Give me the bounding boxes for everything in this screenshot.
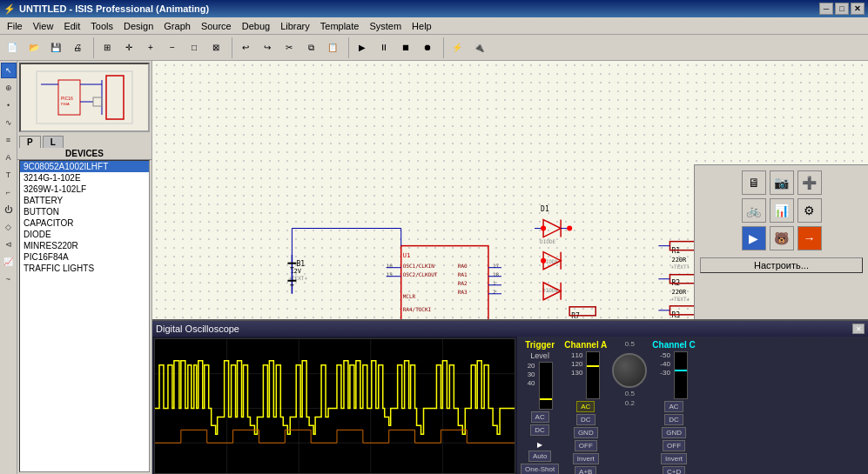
menu-item-design[interactable]: Design xyxy=(118,19,158,33)
tab-p[interactable]: P xyxy=(19,136,41,148)
menu-item-source[interactable]: Source xyxy=(196,19,237,33)
device-item-8[interactable]: PIC16F84A xyxy=(20,251,149,263)
invert-btn-c[interactable]: Invert xyxy=(661,453,687,464)
title-text: UNTITLED - ISIS Professional (Animating) xyxy=(19,3,209,14)
invert-btn-a[interactable]: Invert xyxy=(573,453,599,464)
off-btn-c[interactable]: OFF xyxy=(663,440,685,451)
device-item-3[interactable]: BATTERY xyxy=(20,195,149,206)
menu-item-debug[interactable]: Debug xyxy=(237,19,275,33)
canvas-area[interactable]: B1 12V +TEXT+ U1 OSC1/CLKIN OSC2/CLKOUT … xyxy=(152,61,868,474)
menu-item-edit[interactable]: Edit xyxy=(58,19,85,33)
toolbar-btn-3[interactable]: 🖨 xyxy=(67,37,88,58)
toolbar-btn-9[interactable]: □ xyxy=(184,37,205,58)
left-toolbar-bus-entry[interactable]: ⌐ xyxy=(1,184,17,200)
ac-btn-trigger[interactable]: AC xyxy=(531,411,549,423)
menu-item-library[interactable]: Library xyxy=(275,19,315,33)
left-toolbar-bus[interactable]: ≡ xyxy=(1,132,17,148)
left-toolbar-label[interactable]: A xyxy=(1,150,17,165)
minimize-button[interactable]: ─ xyxy=(819,3,833,15)
toolbar-btn-0[interactable]: 📄 xyxy=(2,37,23,58)
nastroit-button[interactable]: Настроить... xyxy=(700,257,863,273)
toolbar-btn-21[interactable]: ⏺ xyxy=(417,37,438,58)
left-toolbar-component[interactable]: ⊕ xyxy=(1,80,17,96)
toolbar-btn-20[interactable]: ⏹ xyxy=(395,37,416,58)
left-toolbar-generator[interactable]: ~ xyxy=(1,271,17,287)
arrow-right-button[interactable]: → xyxy=(797,226,822,250)
toolbar-btn-15[interactable]: ⧉ xyxy=(300,37,321,58)
toolbar-btn-14[interactable]: ✂ xyxy=(279,37,299,58)
device-item-1[interactable]: 3214G-1-102E xyxy=(20,172,149,184)
ac-btn-c[interactable]: AC xyxy=(664,401,683,412)
dc-btn-a[interactable]: DC xyxy=(576,414,595,425)
ac-btn-a[interactable]: AC xyxy=(576,401,595,412)
toolbar-btn-10[interactable]: ⊠ xyxy=(205,37,226,58)
monitor-button[interactable]: 🖥 xyxy=(742,170,766,195)
menu-item-tools[interactable]: Tools xyxy=(85,19,118,33)
menu-item-view[interactable]: View xyxy=(28,19,59,33)
toolbar-btn-1[interactable]: 📂 xyxy=(24,37,44,58)
left-toolbar-graph[interactable]: 📈 xyxy=(1,254,17,270)
one-shot-btn[interactable]: One-Shot xyxy=(521,464,559,474)
chart-button[interactable]: 📊 xyxy=(770,198,794,223)
pos-c-40: -40 xyxy=(660,360,670,368)
device-item-9[interactable]: TRAFFIC LIGHTS xyxy=(20,263,149,274)
left-toolbar-power[interactable]: ⏻ xyxy=(1,202,17,217)
gnd-btn-a[interactable]: GND xyxy=(574,427,598,438)
toolbar-btn-7[interactable]: + xyxy=(140,37,161,58)
left-toolbar-text[interactable]: T xyxy=(1,167,17,183)
left-toolbar: ↖⊕•∿≡AT⌐⏻◇⊲📈~ xyxy=(0,61,17,474)
menu-item-template[interactable]: Template xyxy=(315,19,365,33)
left-toolbar-pointer[interactable]: ↖ xyxy=(1,63,17,78)
device-item-4[interactable]: BUTTON xyxy=(20,206,149,217)
maximize-button[interactable]: □ xyxy=(835,3,849,15)
tab-l[interactable]: L xyxy=(43,136,64,148)
osc-close-button[interactable]: ✕ xyxy=(852,324,865,334)
toolbar-btn-2[interactable]: 💾 xyxy=(45,37,66,58)
gear-button[interactable]: ⚙ xyxy=(797,198,822,223)
oscilloscope: Digital Oscilloscope ✕ xyxy=(152,319,868,474)
left-toolbar-terminal[interactable]: ◇ xyxy=(1,219,17,235)
toolbar-btn-24[interactable]: 🔌 xyxy=(468,37,489,58)
right-panel-row2: 🚲 📊 ⚙ xyxy=(742,198,822,223)
left-toolbar-wire[interactable]: ∿ xyxy=(1,115,17,130)
device-item-6[interactable]: DIODE xyxy=(20,229,149,240)
device-item-5[interactable]: CAPACITOR xyxy=(20,217,149,229)
bike-button[interactable]: 🚲 xyxy=(742,198,766,223)
toolbar-btn-12[interactable]: ↩ xyxy=(235,37,256,58)
menu-item-system[interactable]: System xyxy=(364,19,407,33)
cplusd-btn[interactable]: C+D xyxy=(663,466,685,474)
aplusb-btn[interactable]: A+B xyxy=(575,466,596,474)
gnd-btn-c[interactable]: GND xyxy=(662,427,686,438)
left-toolbar-junction[interactable]: • xyxy=(1,97,17,113)
toolbar-btn-5[interactable]: ⊞ xyxy=(97,37,118,58)
off-btn-a[interactable]: OFF xyxy=(575,440,597,451)
device-list[interactable]: 9C08052A1002ILHFT3214G-1-102E3269W-1-102… xyxy=(19,160,150,472)
dc-btn-c[interactable]: DC xyxy=(664,414,683,425)
toolbar-btn-8[interactable]: − xyxy=(162,37,183,58)
toolbar-btn-23[interactable]: ⚡ xyxy=(447,37,468,58)
close-button[interactable]: ✕ xyxy=(851,3,865,15)
toolbar-btn-6[interactable]: ✛ xyxy=(118,37,139,58)
menu-bar: FileViewEditToolsDesignGraphSourceDebugL… xyxy=(0,17,868,35)
menu-item-file[interactable]: File xyxy=(2,19,28,33)
menu-item-graph[interactable]: Graph xyxy=(158,19,196,33)
menu-item-help[interactable]: Help xyxy=(407,19,437,33)
auto-btn[interactable]: Auto xyxy=(528,451,551,462)
toolbar-btn-16[interactable]: 📋 xyxy=(322,37,343,58)
play-blue-button[interactable]: ▶ xyxy=(742,226,766,250)
svg-text:220R: 220R xyxy=(671,256,687,264)
toolbar-btn-18[interactable]: ▶ xyxy=(352,37,373,58)
camera-button[interactable]: 📷 xyxy=(770,170,794,195)
dc-btn-trigger[interactable]: DC xyxy=(530,424,549,436)
pos-a-110: 110 xyxy=(571,351,582,359)
device-item-0[interactable]: 9C08052A1002ILHFT xyxy=(20,161,149,172)
device-item-2[interactable]: 3269W-1-102LF xyxy=(20,184,149,195)
osc-title: Digital Oscilloscope xyxy=(156,324,239,334)
toolbar-btn-13[interactable]: ↪ xyxy=(257,37,278,58)
device-item-7[interactable]: MINRES220R xyxy=(20,240,149,251)
add-green-button[interactable]: ➕ xyxy=(797,170,822,195)
bear-button[interactable]: 🐻 xyxy=(770,226,794,250)
timebase-knob[interactable] xyxy=(612,353,647,388)
left-toolbar-probe[interactable]: ⊲ xyxy=(1,237,17,252)
toolbar-btn-19[interactable]: ⏸ xyxy=(373,37,394,58)
